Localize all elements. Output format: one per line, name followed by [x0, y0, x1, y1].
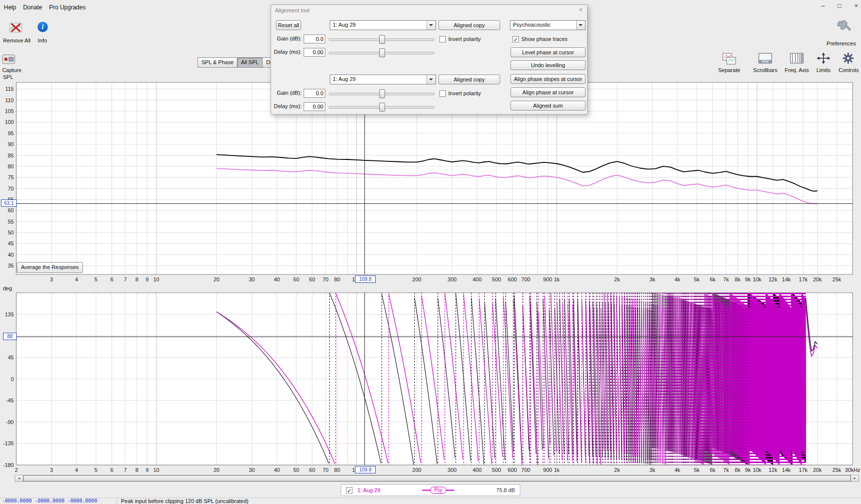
close-icon[interactable]: × [854, 2, 858, 9]
invert-polarity-b-checkbox[interactable] [439, 90, 446, 97]
remove-all-icon[interactable] [8, 20, 24, 38]
aligned-copy-a-button[interactable]: Aligned copy [438, 20, 500, 30]
scroll-left-icon[interactable]: ◄ [15, 475, 23, 481]
svg-text:10: 10 [153, 467, 159, 473]
dialog-close-icon[interactable]: × [579, 6, 583, 13]
tab-spl-and-phase[interactable]: SPL & Phase [197, 57, 237, 68]
legend-item[interactable]: ✓ 1: Aug 29 Psy 75.8 dB [341, 484, 520, 496]
delay-a-slider[interactable] [329, 48, 434, 57]
gain-a-field[interactable] [304, 35, 325, 43]
capture-icon[interactable] [2, 52, 16, 68]
gain-a-slider[interactable] [329, 35, 434, 44]
chevron-down-icon[interactable] [427, 21, 435, 30]
delay-b-field[interactable] [304, 102, 325, 111]
svg-text:45: 45 [8, 354, 14, 360]
svg-text:50: 50 [8, 230, 14, 235]
delay-a-label: Delay (ms): [272, 49, 302, 55]
align-phase-at-cursor-button[interactable]: Align phase at cursor [510, 87, 586, 97]
svg-text:90: 90 [8, 141, 14, 147]
svg-text:95: 95 [8, 130, 14, 136]
svg-text:3k: 3k [650, 276, 656, 282]
menu-item-pro-upgrades[interactable]: Pro Upgrades [49, 4, 85, 11]
mode-select[interactable]: Psychoacoustic [510, 20, 586, 30]
svg-text:70: 70 [8, 186, 14, 192]
svg-text:300: 300 [448, 276, 457, 282]
phase-chart[interactable]: 13590450-45-90-135-180234567891020304050… [0, 289, 861, 475]
trace-line-icon [422, 490, 430, 491]
separate-icon[interactable] [722, 52, 737, 67]
svg-text:8k: 8k [735, 276, 741, 282]
spl-cursor-level-readout: 63.1 [1, 199, 17, 207]
svg-text:5k: 5k [694, 467, 700, 473]
gain-b-field[interactable] [304, 89, 325, 98]
aligned-sum-button[interactable]: Aligned sum [510, 101, 586, 111]
scrollbar-thumb[interactable] [23, 475, 851, 481]
invert-polarity-a-checkbox[interactable] [439, 36, 446, 42]
chevron-down-icon[interactable] [427, 75, 435, 84]
level-phase-at-cursor-button[interactable]: Level phase at cursor [510, 47, 586, 57]
measurement-a-select[interactable]: 1: Aug 29 [330, 20, 436, 30]
delay-b-slider[interactable] [329, 102, 434, 112]
svg-text:200: 200 [412, 276, 421, 282]
undo-levelling-button[interactable]: Undo levelling [510, 60, 586, 70]
svg-text:12k: 12k [769, 467, 778, 473]
legend-measurement-name[interactable]: 1: Aug 29 [357, 487, 381, 493]
svg-text:700: 700 [521, 467, 530, 473]
svg-text:100: 100 [5, 119, 14, 125]
average-responses-button[interactable]: Average the Responses [17, 262, 83, 273]
svg-text:3k: 3k [650, 467, 656, 473]
svg-text:1k: 1k [554, 467, 560, 473]
controls-label: Controls [836, 67, 861, 73]
svg-text:3: 3 [50, 467, 53, 473]
delay-a-field[interactable] [304, 48, 325, 57]
svg-text:25k: 25k [832, 276, 841, 282]
svg-text:10: 10 [153, 276, 159, 282]
slider-thumb[interactable] [379, 35, 385, 44]
minimize-icon[interactable]: – [821, 2, 824, 9]
preferences-icon[interactable] [836, 20, 851, 38]
menu-item-help[interactable]: Help [4, 4, 16, 11]
svg-text:7: 7 [124, 467, 127, 473]
legend-trace-style[interactable]: Psy [422, 487, 454, 494]
svg-text:115: 115 [5, 86, 14, 92]
svg-text:300: 300 [448, 467, 457, 473]
scroll-right-icon[interactable]: ► [851, 475, 859, 481]
tab-all-spl[interactable]: All SPL [237, 57, 263, 68]
svg-text:2k: 2k [614, 467, 620, 473]
svg-text:50: 50 [293, 467, 299, 473]
aligned-copy-b-button[interactable]: Aligned copy [438, 75, 500, 84]
scrollbars-icon[interactable] [758, 52, 773, 66]
svg-text:7k: 7k [723, 276, 729, 282]
menu-item-donate[interactable]: Donate [23, 4, 42, 11]
slider-thumb[interactable] [379, 89, 385, 98]
slider-thumb[interactable] [379, 103, 385, 112]
svg-text:500: 500 [492, 276, 501, 282]
maximize-icon[interactable]: □ [838, 2, 842, 9]
horizontal-scrollbar[interactable]: ◄ ► [15, 475, 859, 482]
svg-text:110: 110 [5, 97, 14, 103]
gain-b-slider[interactable] [329, 89, 434, 98]
legend-checkbox[interactable]: ✓ [346, 487, 352, 494]
svg-text:600: 600 [508, 467, 517, 473]
svg-text:6: 6 [110, 276, 113, 282]
slider-thumb[interactable] [379, 48, 385, 57]
info-icon[interactable]: i [38, 22, 48, 32]
svg-text:2k: 2k [614, 276, 620, 282]
svg-text:3: 3 [50, 276, 53, 282]
limits-icon[interactable] [816, 52, 831, 66]
measurement-a-value: 1: Aug 29 [333, 22, 356, 28]
svg-text:5: 5 [94, 276, 97, 282]
svg-text:40: 40 [8, 252, 14, 258]
measurement-b-select[interactable]: 1: Aug 29 [330, 75, 436, 84]
svg-text:-180: -180 [3, 462, 14, 468]
svg-text:-135: -135 [3, 440, 14, 446]
controls-icon[interactable] [842, 52, 855, 67]
freq-axis-icon[interactable] [789, 52, 804, 66]
svg-text:4: 4 [75, 276, 78, 282]
psy-badge: Psy [430, 487, 446, 494]
chevron-down-icon[interactable] [576, 21, 585, 30]
show-phase-traces-checkbox[interactable]: ✓ [512, 36, 519, 42]
svg-text:-45: -45 [6, 397, 14, 403]
reset-all-button[interactable]: Reset all [276, 20, 301, 30]
align-phase-slopes-button[interactable]: Align phase slopes at cursor [510, 74, 586, 84]
